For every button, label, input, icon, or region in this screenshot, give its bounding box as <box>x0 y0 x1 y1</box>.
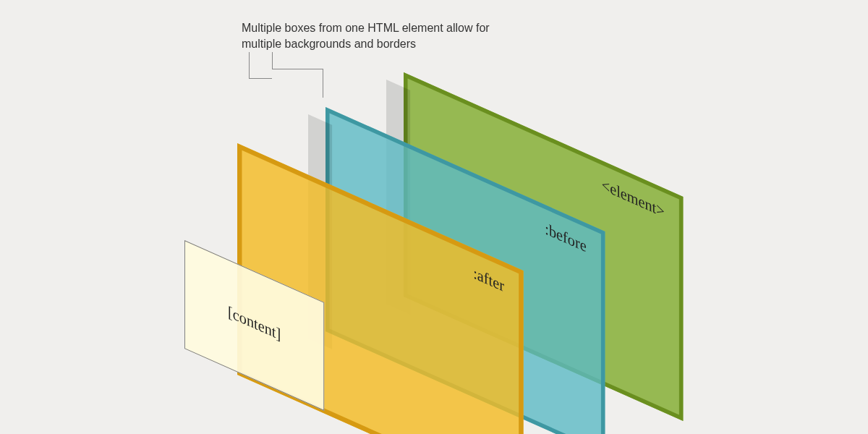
iso-scene: <element> :before :after [content] <box>0 0 868 434</box>
layer-element-label: <element> <box>602 175 665 222</box>
layer-before-label: :before <box>545 219 586 257</box>
layer-content-label: [content] <box>185 283 323 363</box>
layer-after-label: :after <box>473 263 504 296</box>
diagram-stage: Multiple boxes from one HTML element all… <box>0 0 868 434</box>
